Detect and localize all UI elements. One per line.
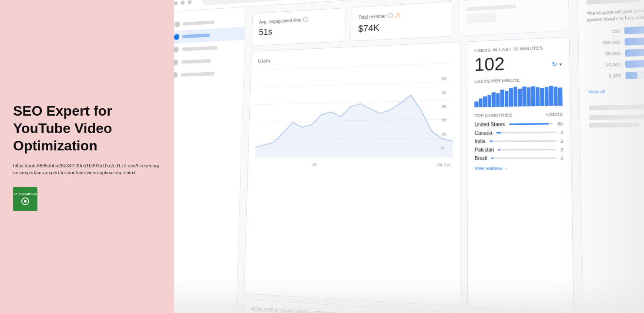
ra-bar-bg-3 [625, 46, 644, 57]
dropdown-icon[interactable]: ▾ [559, 61, 562, 67]
ra-bar-bg-5 [625, 69, 644, 79]
bar-9 [509, 88, 513, 107]
country-ca: Canada 4 [475, 130, 563, 136]
right-panel: Avg. engagement time i 51s Total revenue… [174, 0, 644, 313]
ra-section-2 [589, 103, 644, 128]
browser-dot-3 [188, 0, 191, 4]
country-us-name: United States [474, 122, 505, 127]
ra-bar-fill-2 [624, 35, 644, 46]
ra-label-3: 50,000 [587, 51, 621, 57]
sidebar-item-5 [174, 66, 244, 82]
country-in: India 2 [475, 138, 564, 144]
browser-dot-1 [174, 1, 178, 5]
y-label-4k: 4K [441, 90, 446, 95]
ra-bar-fill-5 [625, 72, 637, 79]
bar-3 [483, 97, 487, 107]
country-pk-bar [498, 149, 500, 150]
top-countries-label: TOP COUNTRIES [474, 113, 512, 118]
sidebar-dot-2 [174, 34, 179, 40]
bar-20 [558, 87, 563, 106]
svg-line-2 [257, 100, 453, 105]
browser-dot-2 [181, 0, 184, 5]
users-count: 102 [474, 54, 505, 75]
bar-8 [505, 91, 509, 107]
ra-description: The insights will give you a better, fas… [587, 3, 644, 23]
x-label-jun: 04 Jun [437, 162, 451, 167]
ra-bar-bg-1 [624, 23, 644, 35]
country-ca-count: 4 [560, 130, 563, 135]
placeholder-bar [466, 4, 517, 11]
sidebar-label-5 [181, 72, 214, 77]
refresh-controls[interactable]: ↻ ▾ [552, 60, 562, 68]
ra-label-2: 100,000 [587, 40, 621, 46]
country-us-bar-wrap [509, 123, 553, 125]
chart-title: Users [258, 50, 453, 64]
view-all-link[interactable]: View all [588, 89, 605, 95]
sidebar-dot-3 [174, 47, 179, 53]
y-label-3k: 3K [441, 104, 446, 109]
y-axis-labels: 0 1K 2K 3K 4K 5K [441, 76, 447, 150]
ra-bar-fill-1 [624, 23, 644, 35]
left-panel: SEO Expert for YouTube Video Optimizatio… [0, 0, 174, 313]
view-realtime-link[interactable]: View realtime → [475, 166, 564, 172]
y-label-2k: 2K [441, 118, 446, 123]
revenue-value: $74K [358, 19, 444, 34]
users-count-row: 102 ↻ ▾ [474, 52, 562, 79]
warning-icon: ⚠ [395, 11, 401, 19]
sidebar-label-3 [182, 46, 218, 51]
ra-label-1: 150 [587, 29, 620, 35]
ra-s2-label1 [589, 114, 644, 120]
country-in-bar-wrap [490, 140, 556, 142]
line-chart-svg [255, 62, 453, 159]
ra-bar-fill-3 [625, 47, 644, 57]
ra-bar-2: 100,000 [587, 34, 644, 47]
bar-14 [531, 86, 536, 106]
dash-main: Avg. engagement time i 51s Total revenue… [236, 0, 584, 313]
bar-6 [496, 93, 500, 107]
bar-1 [474, 101, 478, 107]
ra-label-5: 5,000 [588, 73, 621, 80]
country-in-name: India [475, 139, 486, 144]
logo-text: YE Consultancy [13, 193, 37, 196]
country-pk-name: Pakistan [475, 147, 494, 153]
sidebar-dot-1 [174, 21, 180, 27]
country-br-bar [491, 157, 493, 159]
ra-bar-5: 5,000 [588, 69, 644, 80]
bar-2 [479, 98, 483, 107]
y-label-5k: 5K [441, 76, 446, 81]
users-col-label: USERS [546, 112, 563, 117]
bar-13 [527, 87, 531, 107]
page-title: SEO Expert for YouTube Video Optimizatio… [13, 102, 161, 154]
bar-5 [492, 92, 496, 107]
sidebar-label-1 [183, 20, 214, 26]
bar-11 [518, 89, 522, 107]
dashboard-wrapper: Avg. engagement time i 51s Total revenue… [174, 0, 644, 313]
bar-17 [545, 87, 549, 106]
placeholder-value [466, 12, 496, 23]
country-us: United States 80 [474, 121, 563, 127]
x-axis-labels: 26 04 Jun [255, 162, 453, 167]
country-us-bar [509, 123, 549, 125]
top-countries-header: TOP COUNTRIES USERS [474, 112, 563, 118]
info-icon-engagement: i [303, 17, 308, 22]
users-bar-chart [474, 86, 563, 107]
stat-placeholder [458, 0, 570, 36]
ra-bar-bg-2 [624, 34, 644, 46]
country-br-count: 2 [560, 156, 563, 161]
ra-s2-label2 [589, 123, 639, 128]
ra-bar-fill-4 [625, 60, 644, 68]
bar-16 [540, 88, 544, 106]
right-analytics-panel: The insights will give you a better, fas… [577, 0, 644, 313]
dash-content: Avg. engagement time i 51s Total revenue… [174, 0, 644, 313]
bar-10 [513, 87, 517, 107]
page-url[interactable]: https://pub-8895dbba28b347f09eb1b991b10a… [13, 162, 161, 176]
engagement-value: 51s [259, 23, 338, 37]
country-ca-bar-wrap [496, 132, 556, 134]
y-label-1k: 1K [441, 132, 446, 137]
ra-bar-3: 50,000 [587, 46, 644, 58]
country-pk-bar-wrap [498, 149, 557, 150]
ra-title [587, 0, 644, 5]
ra-bar-4: 10,000 [588, 57, 644, 70]
refresh-icon[interactable]: ↻ [552, 61, 557, 68]
ra-label-4: 10,000 [588, 62, 621, 68]
